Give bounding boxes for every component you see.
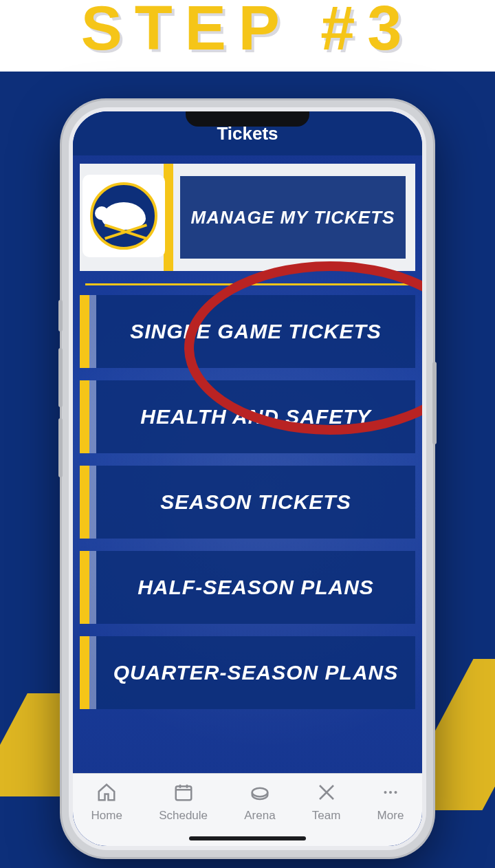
manage-tickets-button[interactable]: MANAGE MY TICKETS [180, 176, 406, 259]
tab-label: Home [91, 809, 122, 823]
tab-team[interactable]: Team [312, 782, 341, 823]
gold-accent [80, 636, 89, 709]
screen-content: MANAGE MY TICKETS SINGLE GAME TICKETS HE… [73, 155, 422, 773]
more-icon [379, 782, 402, 806]
tab-label: Team [312, 809, 341, 823]
bottom-tabbar: Home Schedule Arena [73, 773, 422, 846]
phone-side-button [58, 348, 63, 407]
option-half-season[interactable]: HALF-SEASON PLANS [80, 551, 415, 624]
gold-accent [80, 295, 89, 368]
option-quarter-season[interactable]: QUARTER-SEASON PLANS [80, 636, 415, 709]
option-single-game[interactable]: SINGLE GAME TICKETS [80, 295, 415, 368]
option-label: SEASON TICKETS [160, 490, 351, 514]
phone-screen: Tickets MANAGE MY TICKETS [73, 111, 422, 846]
tab-schedule[interactable]: Schedule [159, 782, 208, 823]
tab-arena[interactable]: Arena [244, 782, 275, 823]
spacer [89, 636, 96, 709]
crossed-sabers-icon [315, 782, 338, 806]
option-label: QUARTER-SEASON PLANS [113, 661, 398, 684]
calendar-icon [172, 782, 195, 806]
page-banner: STEP #3 [0, 0, 495, 72]
home-indicator[interactable] [189, 836, 306, 840]
tab-label: Arena [244, 809, 275, 823]
gold-accent [80, 551, 89, 624]
phone-side-button [58, 418, 63, 477]
gold-accent [80, 466, 89, 539]
home-icon [95, 782, 118, 806]
team-logo-icon [90, 182, 157, 250]
spacer [89, 380, 96, 453]
step-title: STEP #3 [81, 0, 415, 59]
team-logo[interactable] [82, 175, 165, 257]
option-label: SINGLE GAME TICKETS [130, 320, 382, 343]
spacer [89, 551, 96, 624]
tab-label: Schedule [159, 809, 208, 823]
spacer [89, 466, 96, 539]
phone-frame: Tickets MANAGE MY TICKETS [62, 100, 433, 857]
option-season-tickets[interactable]: SEASON TICKETS [80, 466, 415, 539]
phone-bezel: Tickets MANAGE MY TICKETS [69, 107, 426, 850]
option-health-safety[interactable]: HEALTH AND SAFETY [80, 380, 415, 453]
phone-notch [186, 111, 309, 127]
crossed-sabers-icon [104, 224, 149, 240]
phone-side-button [58, 300, 63, 332]
svg-point-4 [394, 791, 397, 794]
tab-label: More [377, 809, 404, 823]
gold-accent [80, 380, 89, 453]
arena-icon [248, 782, 272, 806]
svg-point-1 [252, 788, 268, 797]
hero-row: MANAGE MY TICKETS [80, 164, 415, 271]
gold-accent [164, 164, 173, 271]
option-label: HALF-SEASON PLANS [138, 576, 374, 599]
ticket-options-list: SINGLE GAME TICKETS HEALTH AND SAFETY SE… [73, 295, 422, 709]
divider [85, 283, 410, 285]
phone-side-button [432, 362, 437, 444]
spacer [89, 295, 96, 368]
tab-home[interactable]: Home [91, 782, 122, 823]
svg-rect-0 [175, 786, 191, 800]
tab-more[interactable]: More [377, 782, 404, 823]
svg-point-3 [389, 791, 392, 794]
svg-point-2 [384, 791, 386, 794]
manage-tickets-label: MANAGE MY TICKETS [191, 207, 395, 228]
option-label: HEALTH AND SAFETY [140, 405, 371, 428]
